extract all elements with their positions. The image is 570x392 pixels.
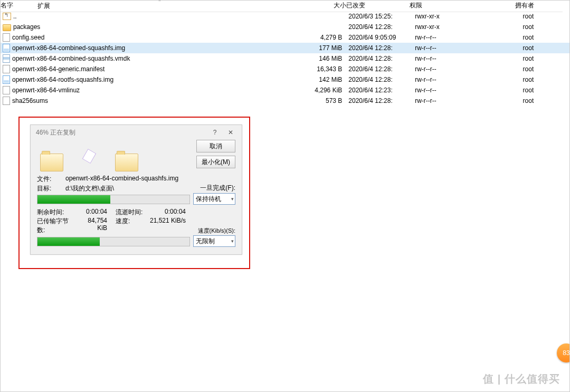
cancel-button[interactable]: 取消	[196, 140, 235, 152]
source-folder-icon	[40, 154, 63, 171]
col-perm[interactable]: 权限	[410, 0, 515, 12]
speed-value: 21,521 KiB/s	[150, 217, 186, 226]
img-icon	[3, 44, 10, 52]
file-date: 2020/6/3 15:25:	[344, 13, 411, 20]
file-perm: rw-r--r--	[411, 87, 518, 94]
file-perm: rw-r--r--	[411, 65, 518, 73]
file-date: 2020/6/4 12:23:	[344, 87, 411, 94]
vmdk-icon	[3, 54, 10, 63]
file-size: 177 MiB	[303, 44, 345, 52]
file-date: 2020/6/4 12:28:	[344, 23, 411, 31]
file-perm: rw-r--r--	[411, 76, 518, 83]
file-size: 4,296 KiB	[303, 87, 345, 94]
dialog-title-text: 46% 正在复制	[36, 128, 207, 137]
file-label: 文件:	[37, 175, 65, 184]
file-date: 2020/6/4 12:28:	[344, 65, 411, 73]
table-row[interactable]: openwrt-x86-64-generic.manifest16,343 B2…	[1, 64, 569, 74]
file-name: packages	[13, 23, 40, 31]
file-size: 573 B	[303, 97, 345, 104]
file-value: openwrt-x86-64-combined-squashfs.img	[65, 175, 178, 184]
file-name: openwrt-x86-64-combined-squashfs.vmdk	[12, 55, 130, 62]
file-owner: root	[519, 13, 569, 20]
table-row[interactable]: openwrt-x86-64-rootfs-squashfs.img142 Mi…	[1, 74, 569, 85]
file-date: 2020/6/4 9:05:09	[344, 34, 411, 41]
once-done-label: 一旦完成(F):	[200, 184, 235, 193]
file-perm: rw-r--r--	[411, 97, 518, 104]
file-perm: rw-r--r--	[411, 44, 518, 52]
table-row[interactable]: sha256sums573 B2020/6/4 12:28:rw-r--r--r…	[1, 95, 569, 106]
file-name: openwrt-x86-64-rootfs-squashfs.img	[12, 76, 113, 83]
target-value: d:\我的文档\桌面\	[65, 184, 114, 193]
speed-limit-select[interactable]: 无限制▾	[193, 235, 235, 247]
file-name: openwrt-x86-64-combined-squashfs.img	[12, 44, 125, 52]
col-changed[interactable]: 已改变	[346, 0, 410, 12]
file-name: openwrt-x86-64-vmlinuz	[12, 87, 80, 94]
watermark: 值 | 什么值得买	[483, 372, 560, 386]
paper-icon	[82, 149, 97, 164]
file-perm: rwxr-xr-x	[411, 23, 518, 31]
file-rows: ..2020/6/3 15:25:rwxr-xr-xrootpackages20…	[1, 11, 569, 106]
file-size: 4,279 B	[303, 34, 345, 41]
table-row[interactable]: config.seed4,279 B2020/6/4 9:05:09rw-r--…	[1, 32, 569, 43]
speed-label: 速度:	[116, 217, 130, 226]
dest-folder-icon	[115, 154, 138, 171]
file-name: ..	[13, 13, 17, 20]
target-label: 目标:	[37, 184, 65, 193]
table-row[interactable]: openwrt-x86-64-vmlinuz4,296 KiB2020/6/4 …	[1, 85, 569, 95]
file-name: openwrt-x86-64-generic.manifest	[12, 65, 104, 73]
table-row[interactable]: openwrt-x86-64-combined-squashfs.img177 …	[1, 43, 569, 53]
chevron-down-icon: ▾	[231, 238, 234, 244]
once-done-select[interactable]: 保持待机▾	[193, 193, 235, 205]
col-ext[interactable]: 扩展	[37, 2, 50, 11]
column-headers: 名字 扩展 ⌃ 大小 已改变 权限 拥有者	[1, 1, 569, 11]
file-name: sha256sums	[12, 97, 48, 104]
file-owner: root	[519, 23, 569, 31]
file-date: 2020/6/4 12:28:	[344, 97, 411, 104]
file-perm: rwxr-xr-x	[411, 13, 518, 20]
elapsed-value: 0:00:04	[165, 208, 186, 217]
file-icon	[3, 97, 10, 105]
chevron-down-icon: ▾	[231, 196, 234, 202]
file-owner: root	[519, 65, 569, 73]
file-icon	[3, 86, 10, 94]
dialog-titlebar[interactable]: 46% 正在复制 ? ✕	[31, 125, 242, 140]
file-owner: root	[519, 87, 569, 94]
bytes-label: 已传输字节数:	[37, 217, 77, 235]
sort-indicator-icon: ⌃	[158, 0, 162, 4]
file-size: 16,343 B	[303, 65, 345, 73]
file-perm: rw-r--r--	[411, 34, 518, 41]
file-owner: root	[519, 34, 569, 41]
file-progress	[37, 195, 190, 204]
file-icon	[3, 65, 10, 73]
file-owner: root	[519, 44, 569, 52]
file-size: 146 MiB	[303, 55, 345, 62]
elapsed-label: 流逝时间:	[116, 208, 142, 217]
col-size[interactable]: 大小	[307, 0, 346, 12]
file-perm: rw-r--r--	[411, 55, 518, 62]
file-name: config.seed	[12, 34, 44, 41]
file-date: 2020/6/4 12:28:	[344, 44, 411, 52]
copy-progress-dialog: 46% 正在复制 ? ✕ 取消 最小化(M) 文件:openwrt-x86-64…	[30, 125, 242, 255]
img-icon	[3, 75, 10, 84]
speed-limit-label: 速度(Kib/s)(S):	[198, 227, 236, 235]
file-size: 142 MiB	[303, 76, 345, 83]
file-owner: root	[519, 55, 569, 62]
help-button[interactable]: ?	[207, 127, 223, 138]
file-owner: root	[519, 97, 569, 104]
close-icon[interactable]: ✕	[223, 127, 239, 138]
file-date: 2020/6/4 12:28:	[344, 55, 411, 62]
table-row[interactable]: openwrt-x86-64-combined-squashfs.vmdk146…	[1, 53, 569, 64]
bytes-value: 84,754 KiB	[77, 217, 107, 235]
file-manager-window: 名字 扩展 ⌃ 大小 已改变 权限 拥有者 ..2020/6/3 15:25:r…	[0, 0, 570, 392]
file-owner: root	[519, 76, 569, 83]
time-left-label: 剩余时间:	[37, 208, 64, 217]
minimize-button[interactable]: 最小化(M)	[196, 156, 235, 168]
up-icon	[3, 13, 11, 20]
table-row[interactable]: packages2020/6/4 12:28:rwxr-xr-xroot	[1, 22, 569, 32]
file-icon	[3, 33, 10, 42]
table-row[interactable]: ..2020/6/3 15:25:rwxr-xr-xroot	[1, 11, 569, 22]
col-owner[interactable]: 拥有者	[515, 0, 563, 12]
total-progress	[37, 237, 190, 246]
time-left-value: 0:00:04	[86, 208, 107, 217]
folder-icon	[3, 24, 11, 31]
